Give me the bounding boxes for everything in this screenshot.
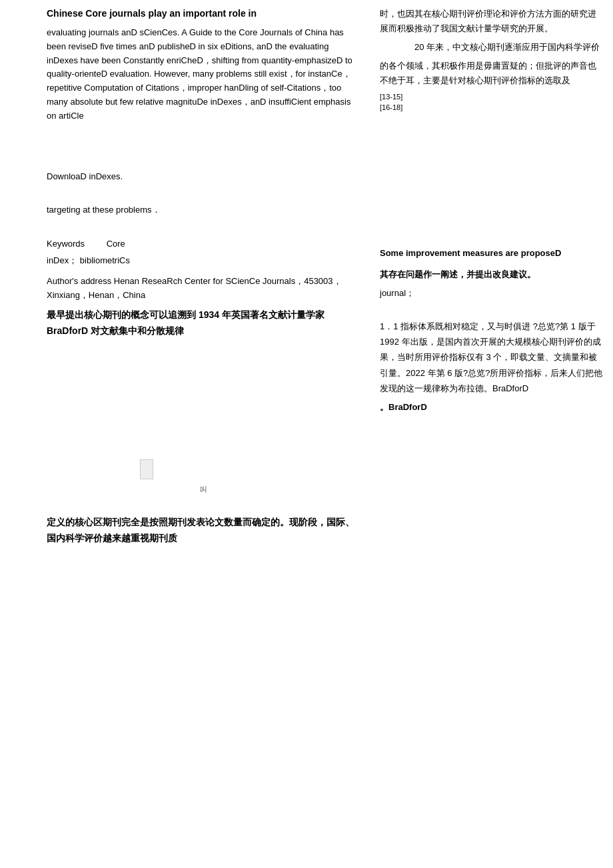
keywords-core: Core	[107, 239, 125, 249]
bottom-cn: 。BraDforD	[380, 400, 603, 415]
keywords-label: Keywords	[47, 239, 85, 249]
right-large-gap	[380, 113, 603, 246]
mid-gap	[47, 190, 360, 203]
right-para1-cn: 时，也因其在核心期刊评价理论和评价方法方面的研究进展而积极推动了我国文献计量学研…	[380, 7, 603, 36]
large-gap2	[47, 339, 360, 459]
keywords-line1: Keywords Core	[47, 237, 360, 251]
gap2	[47, 224, 360, 237]
keywords-line2: inDex； bibliometriCs	[47, 254, 360, 268]
ref2: [16-18]	[380, 103, 603, 113]
bottom-bold-chinese: 定义的核心区期刊完全是按照期刊发表论文数量而确定的。现阶段，国际、国内科学评价越…	[47, 515, 360, 547]
gap3	[47, 495, 360, 508]
page-title: Chinese Core journals play an important …	[47, 7, 360, 21]
page-number: 叫	[47, 485, 360, 495]
section-header: 1．1 指标体系既相对稳定，又与时俱进 ?总览?第 1 版于 1992 年出版，…	[380, 319, 603, 397]
page-container: Chinese Core journals play an important …	[0, 0, 613, 868]
small-image-area	[87, 459, 360, 479]
cn-problem: 其存在问题作一阐述，并提出改良建议。	[380, 267, 603, 282]
right-gap2	[380, 305, 603, 319]
ref1: [13-15]	[380, 92, 603, 102]
left-column: Chinese Core journals play an important …	[0, 0, 373, 553]
image-placeholder	[140, 459, 153, 479]
bold-para1: 最早提出核心期刊的概念可以追溯到 1934 年英国著名文献计量学家 BraDfo…	[47, 307, 360, 339]
keywords-spacing	[87, 239, 104, 249]
right-para2-cn: 20 年来，中文核心期刊逐渐应用于国内科学评价	[380, 40, 603, 55]
journal-label: journal；	[380, 286, 603, 301]
targeting-text: targeting at these problems．	[47, 203, 360, 217]
intro-paragraph: evaluating journals anD sCienCes. A Guid…	[47, 26, 360, 123]
right-column: 时，也因其在核心期刊评价理论和评价方法方面的研究进展而积极推动了我国文献计量学研…	[373, 0, 613, 426]
right-para3-cn: 的各个领域，其积极作用是毋庸置疑的；但批评的声音也不绝于耳，主要是针对核心期刊评…	[380, 59, 603, 88]
gap-spacer	[47, 130, 360, 170]
author-address: Author's address Henan ReseaRch Center f…	[47, 275, 360, 303]
improvement-text: Some improvement measures are proposeD	[380, 246, 603, 261]
download-text: DownloaD inDexes.	[47, 170, 360, 184]
ref-block: [13-15] [16-18]	[380, 92, 603, 113]
